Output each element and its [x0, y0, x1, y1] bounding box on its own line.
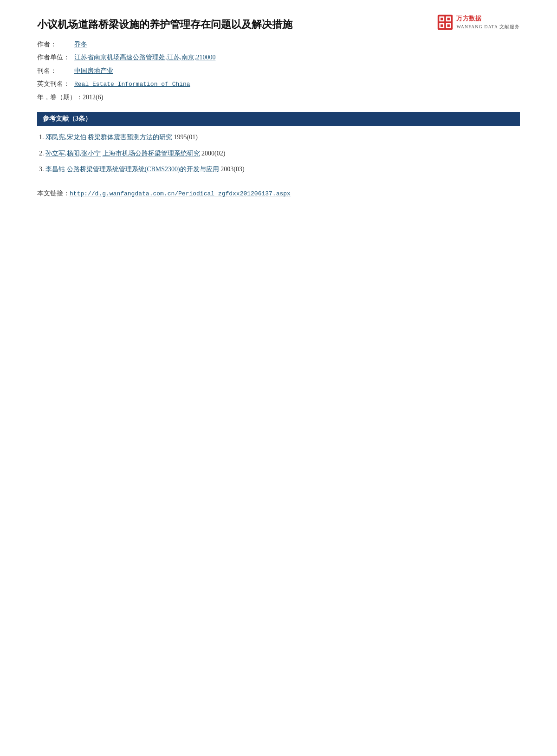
author-value: 乔冬 [74, 39, 87, 50]
url-label: 本文链接： [37, 190, 70, 197]
url-section: 本文链接：http://d.g.wanfangdata.com.cn/Perio… [37, 189, 520, 198]
journal-label: 刊名： [37, 66, 74, 76]
page-header: 小议机场道路桥梁设施的养护管理存在问题以及解决措施 万方数据 W [37, 14, 520, 32]
metadata-section: 作者： 乔冬 作者单位： 江苏省南京机场高速公路管理处,江苏,南京,210000… [37, 39, 520, 103]
logo-box: 万方数据 WANFANG DATA 文献服务 [437, 14, 520, 31]
ref-num-1: 1. [39, 134, 45, 141]
logo-sub-text: WANFANG DATA 文献服务 [456, 24, 520, 30]
reference-item-3: 3. 李昌钴 公路桥梁管理系统管理系统(CBMS2300)的开发与应用 2003… [39, 164, 518, 174]
references-section: 参考文献（3条） 1. 邓民宪,宋龙伯 桥梁群体震害预测方法的研究 1995(0… [37, 112, 520, 174]
svg-rect-8 [447, 25, 450, 27]
author-label: 作者： [37, 39, 74, 50]
ref-title-link-2[interactable]: 上海市机场公路桥梁管理系统研究 [103, 150, 200, 157]
ref-num-3: 3. [39, 166, 45, 173]
svg-rect-7 [441, 25, 443, 27]
ref-year-2: 2000(02) [201, 150, 225, 157]
reference-item-1: 1. 邓民宪,宋龙伯 桥梁群体震害预测方法的研究 1995(01) [39, 132, 518, 142]
wanfang-logo-icon [437, 14, 453, 31]
reference-item-2: 2. 孙立军,杨阳,张小宁 上海市机场公路桥梁管理系统研究 2000(02) [39, 149, 518, 159]
en-journal-label: 英文刊名： [37, 79, 74, 89]
ref-year-3: 2003(03) [220, 166, 244, 173]
author-unit-value: 江苏省南京机场高速公路管理处,江苏,南京,210000 [74, 52, 216, 63]
ref-author-link-1[interactable]: 邓民宪,宋龙伯 [45, 134, 86, 141]
article-url-link[interactable]: http://d.g.wanfangdata.com.cn/Periodical… [70, 190, 291, 197]
year-row: 年，卷（期）： 2012(6) [37, 92, 520, 103]
references-list: 1. 邓民宪,宋龙伯 桥梁群体震害预测方法的研究 1995(01) 2. 孙立军… [37, 132, 520, 174]
en-journal-row: 英文刊名： Real Estate Information of China [37, 79, 520, 90]
ref-year-1: 1995(01) [174, 134, 198, 141]
year-value: 2012(6) [83, 92, 103, 103]
author-unit-row: 作者单位： 江苏省南京机场高速公路管理处,江苏,南京,210000 [37, 52, 520, 63]
references-header: 参考文献（3条） [37, 112, 520, 126]
ref-title-link-1[interactable]: 桥梁群体震害预测方法的研究 [88, 134, 172, 141]
author-unit-link[interactable]: 江苏省南京机场高速公路管理处,江苏,南京,210000 [74, 54, 216, 61]
journal-row: 刊名： 中国房地产业 [37, 66, 520, 76]
logo-text-group: 万方数据 WANFANG DATA 文献服务 [456, 14, 520, 30]
author-row: 作者： 乔冬 [37, 39, 520, 50]
svg-rect-5 [441, 18, 443, 20]
ref-author-link-2[interactable]: 孙立军,杨阳,张小宁 [45, 150, 101, 157]
author-link[interactable]: 乔冬 [74, 41, 87, 48]
page-wrapper: 小议机场道路桥梁设施的养护管理存在问题以及解决措施 万方数据 W [0, 0, 557, 216]
en-journal-value: Real Estate Information of China [74, 80, 190, 90]
article-title: 小议机场道路桥梁设施的养护管理存在问题以及解决措施 [37, 14, 437, 32]
ref-num-2: 2. [39, 150, 45, 157]
year-label: 年，卷（期）： [37, 92, 83, 103]
ref-author-link-3[interactable]: 李昌钴 [45, 166, 65, 173]
journal-value: 中国房地产业 [74, 66, 113, 76]
author-unit-label: 作者单位： [37, 52, 74, 63]
journal-link[interactable]: 中国房地产业 [74, 67, 113, 74]
logo-brand-name: 万方数据 [456, 14, 520, 23]
ref-title-link-3[interactable]: 公路桥梁管理系统管理系统(CBMS2300)的开发与应用 [67, 166, 219, 173]
svg-rect-6 [447, 18, 450, 20]
logo-area: 万方数据 WANFANG DATA 文献服务 [437, 14, 520, 31]
